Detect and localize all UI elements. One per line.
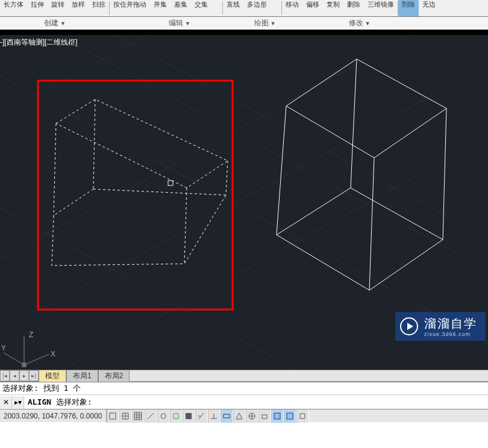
chevron-down-icon: ▼ <box>365 20 371 26</box>
coordinates-display[interactable]: 2003.0290, 1047.7976, 0.0000 <box>0 409 107 422</box>
tab-model[interactable]: 模型 <box>39 370 66 382</box>
status-btn-10[interactable] <box>233 409 246 423</box>
tab-nav-last[interactable]: ▸| <box>29 370 39 381</box>
status-btn-2[interactable] <box>132 409 145 423</box>
command-close-icon[interactable]: ✕ <box>0 396 12 408</box>
label: 按住并拖动 <box>113 0 146 9</box>
svg-line-12 <box>184 188 187 264</box>
ribbon-3dmirror[interactable]: 三维镜像 <box>364 0 398 16</box>
status-btn-4[interactable] <box>157 409 170 423</box>
label: 直线 <box>227 0 240 9</box>
panel-edit[interactable]: 编辑▼ <box>164 18 195 28</box>
svg-line-21 <box>277 188 351 235</box>
status-toggles <box>107 409 309 422</box>
svg-line-7 <box>60 35 488 318</box>
svg-line-17 <box>277 106 286 235</box>
command-input-line[interactable]: ✕ ▸▾ ALIGN 选择对象: <box>0 394 488 409</box>
ribbon-union[interactable]: 并集 <box>150 0 170 16</box>
ribbon-extrude[interactable]: 拉伸 <box>27 0 48 16</box>
status-bar: 2003.0290, 1047.7976, 0.0000 <box>0 409 488 422</box>
status-btn-1[interactable] <box>119 409 132 423</box>
label: 长方体 <box>4 0 23 9</box>
label: 多边形 <box>247 0 267 9</box>
status-btn-8[interactable] <box>208 409 221 423</box>
svg-line-6 <box>0 191 488 370</box>
status-btn-15[interactable] <box>296 409 309 423</box>
svg-line-15 <box>52 123 56 266</box>
svg-point-29 <box>161 414 166 418</box>
command-prompt-icon: ▸▾ <box>12 396 24 408</box>
cursor-pickbox <box>168 181 173 185</box>
selected-box-wireframe <box>52 99 228 266</box>
svg-rect-28 <box>134 412 142 420</box>
ribbon-sweep[interactable]: 扫掠 <box>89 0 109 16</box>
status-btn-7[interactable] <box>195 409 208 423</box>
ribbon-revolve[interactable]: 旋转 <box>48 0 68 16</box>
ucs-x-label: X <box>51 350 55 358</box>
ribbon-presspull[interactable]: 按住并拖动 <box>110 0 150 16</box>
svg-marker-16 <box>286 59 446 158</box>
svg-line-11 <box>226 161 228 195</box>
svg-line-18 <box>369 158 374 290</box>
ribbon-line[interactable]: 直线 <box>223 0 243 16</box>
svg-line-14 <box>93 189 226 195</box>
ribbon-slice[interactable]: 剖除 <box>398 0 419 16</box>
ribbon-none[interactable]: 无边 <box>419 0 439 16</box>
status-btn-0[interactable] <box>107 409 119 423</box>
tab-nav-first[interactable]: |◂ <box>0 370 10 381</box>
label: 交集 <box>195 0 208 9</box>
cube-wireframe <box>277 59 446 290</box>
label: 旋转 <box>51 0 64 9</box>
status-btn-12[interactable] <box>258 409 271 423</box>
panel-create[interactable]: 创建▼ <box>39 18 70 28</box>
ucs-icon <box>4 336 49 367</box>
tab-layout1[interactable]: 布局1 <box>66 370 98 382</box>
drawing-viewport[interactable]: -][西南等轴测][二维线框] <box>0 35 488 370</box>
ribbon-subtract[interactable]: 差集 <box>170 0 191 16</box>
label: 无边 <box>422 0 436 9</box>
label: 放样 <box>72 0 85 9</box>
svg-rect-27 <box>110 413 116 419</box>
ribbon-toolbar: 长方体 拉伸 旋转 放样 扫掠 按住并拖动 并集 差集 交集 直线 多边形 移动… <box>0 0 488 17</box>
status-btn-3[interactable] <box>145 409 157 423</box>
selection-highlight <box>38 81 233 310</box>
label: 拉伸 <box>31 0 44 9</box>
ucs-y-label: Y <box>1 344 6 352</box>
ribbon-loft[interactable]: 放样 <box>68 0 89 16</box>
tab-nav-prev[interactable]: ◂ <box>10 370 19 381</box>
panel-modify[interactable]: 修改▼ <box>344 18 375 28</box>
watermark-url: zixue.3d66.com <box>424 331 471 337</box>
ribbon-copy[interactable]: 复制 <box>323 0 343 16</box>
ribbon-move[interactable]: 移动 <box>282 0 302 16</box>
ribbon-erase[interactable]: 删除 <box>343 0 364 16</box>
svg-line-20 <box>351 59 357 188</box>
ribbon-intersect[interactable]: 交集 <box>191 0 211 16</box>
label: 偏移 <box>306 0 319 9</box>
ribbon-polygon[interactable]: 多边形 <box>243 0 271 16</box>
status-btn-9[interactable] <box>221 409 233 423</box>
status-btn-11[interactable] <box>246 409 258 423</box>
tab-nav-next[interactable]: ▸ <box>19 370 29 381</box>
label: 复制 <box>327 0 340 9</box>
tab-layout2[interactable]: 布局2 <box>98 370 130 382</box>
ribbon-box[interactable]: 长方体 <box>0 0 27 16</box>
label: 并集 <box>154 0 167 9</box>
status-btn-6[interactable] <box>183 409 195 423</box>
svg-rect-32 <box>224 414 230 418</box>
ribbon-panels: 创建▼ 编辑▼ 绘图▼ 修改▼ <box>0 17 488 30</box>
svg-line-3 <box>0 35 488 276</box>
status-btn-14[interactable] <box>284 409 296 423</box>
ribbon-offset[interactable]: 偏移 <box>302 0 323 16</box>
watermark-title: 溜溜自学 <box>424 316 477 332</box>
panel-draw[interactable]: 绘图▼ <box>249 18 281 28</box>
svg-line-22 <box>351 188 443 240</box>
status-btn-5[interactable] <box>170 409 183 423</box>
svg-rect-30 <box>174 414 178 418</box>
label: 三维镜像 <box>368 0 394 9</box>
svg-line-24 <box>24 354 49 365</box>
label: 剖除 <box>402 0 415 9</box>
svg-line-4 <box>0 35 488 348</box>
status-btn-13[interactable] <box>271 409 284 423</box>
label: 移动 <box>286 0 299 9</box>
svg-rect-34 <box>262 415 267 418</box>
